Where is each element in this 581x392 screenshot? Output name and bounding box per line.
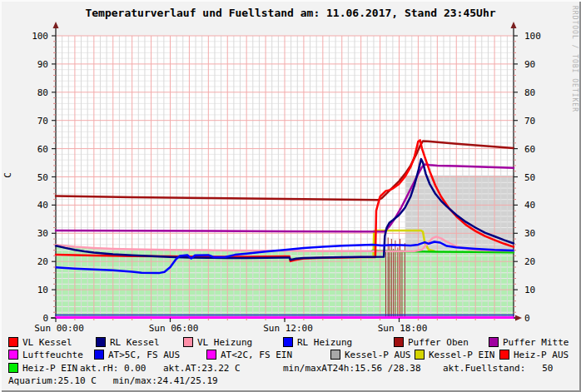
legend-swatch <box>96 337 106 347</box>
legend-swatch <box>415 350 425 360</box>
y-tick-label-right: 0 <box>524 313 530 324</box>
legend-label: Luftfeuchte <box>22 350 83 360</box>
y-tick-label-right: 10 <box>524 285 535 295</box>
legend-swatch <box>283 337 293 347</box>
y-tick-label-left: 90 <box>37 59 48 70</box>
legend-label: RL Heizung <box>297 337 352 348</box>
legend-stat-text: akt.AT:23.22 C <box>163 363 241 374</box>
legend-swatch <box>8 337 18 347</box>
legend-item-at-5c-fs-aus: AT>5C, FS AUS <box>94 350 180 360</box>
legend-label: AT>5C, FS AUS <box>108 350 180 360</box>
legend-label: akt.Fuellstand: 50 <box>443 363 553 374</box>
legend-item-at-2c-fs-ein: AT<2C, FS EIN <box>206 350 292 360</box>
y-tick-label-left: 80 <box>37 87 48 98</box>
legend-label: akt.rH: 0.00 <box>80 363 146 374</box>
legend-label: min/maxAT24h:15.56 /28.38 <box>283 363 421 374</box>
legend-label: Aquarium:25.10 C min/max:24.41/25.19 <box>8 375 218 386</box>
legend-label: VL Heizung <box>197 337 252 348</box>
y-tick-label-left: 60 <box>37 144 48 155</box>
legend-label: AT<2C, FS EIN <box>221 350 292 360</box>
rrdtool-graph-image: Temperaturverlauf und Fuellstand am: 11.… <box>0 0 581 392</box>
legend-label: Heiz-P AUS <box>514 350 569 360</box>
legend-item-rl-heizung: RL Heizung <box>283 337 352 348</box>
legend-item-puffer-oben: Puffer Oben <box>394 337 469 348</box>
legend-label: akt.AT:23.22 C <box>163 363 241 374</box>
legend-label: Kessel-P AUS <box>345 350 410 360</box>
legend-item-vl-heizung: VL Heizung <box>183 337 252 348</box>
x-tick-label: Sun 00:00 <box>34 323 84 334</box>
legend-stat-text: akt.Fuellstand: 50 <box>443 363 553 374</box>
y-tick-label-right: 60 <box>524 144 535 155</box>
legend-label: Kessel-P EIN <box>429 350 494 360</box>
legend-item-puffer-mitte: Puffer Mitte <box>489 337 569 348</box>
legend-swatch <box>489 337 499 347</box>
legend-label: Puffer Oben <box>408 337 469 348</box>
legend-swatch <box>499 350 509 360</box>
x-tick-label: Sun 12:00 <box>263 323 313 334</box>
y-tick-label-right: 80 <box>524 87 535 98</box>
y-tick-label-left: 20 <box>37 256 48 267</box>
legend-label: RL Kessel <box>110 337 160 348</box>
legend-stat-text: akt.rH: 0.00 <box>80 363 146 374</box>
temperature-chart: 0010102020303040405050606070708080909010… <box>0 0 581 335</box>
legend-label: VL Kessel <box>22 337 72 348</box>
legend-item-heiz-p-aus: Heiz-P AUS <box>499 350 569 360</box>
legend-label: Puffer Mitte <box>503 337 569 348</box>
y-tick-label-left: 50 <box>37 172 48 183</box>
legend-stat-text: min/maxAT24h:15.56 /28.38 <box>283 363 421 374</box>
legend-item-kessel-p-ein: Kessel-P EIN <box>415 350 494 360</box>
legend-item-heiz-p-ein: Heiz-P EIN <box>8 363 77 374</box>
legend-swatch <box>94 350 104 360</box>
y-tick-label-left: 100 <box>32 31 48 42</box>
legend-stat-text: Aquarium:25.10 C min/max:24.41/25.19 <box>8 375 218 386</box>
y-tick-label-left: 40 <box>37 200 48 211</box>
legend-label: Heiz-P EIN <box>22 363 77 374</box>
legend-swatch <box>8 363 18 373</box>
legend-item-rl-kessel: RL Kessel <box>96 337 160 348</box>
y-tick-label-right: 20 <box>524 256 535 267</box>
legend-swatch <box>206 350 216 360</box>
y-tick-label-right: 30 <box>524 228 535 239</box>
x-tick-label: Sun 18:00 <box>378 323 428 334</box>
legend-item-kessel-p-aus: Kessel-P AUS <box>330 350 410 360</box>
x-tick-label: Sun 06:00 <box>149 323 199 334</box>
y-tick-label-right: 70 <box>524 116 535 127</box>
y-tick-label-right: 100 <box>524 31 541 42</box>
kessel-p-aus-area <box>405 176 514 251</box>
legend-swatch <box>394 337 404 347</box>
legend-swatch <box>8 350 18 360</box>
legend-swatch <box>330 350 340 360</box>
legend-item-vl-kessel: VL Kessel <box>8 337 72 348</box>
y-tick-label-right: 90 <box>524 59 535 70</box>
y-tick-label-left: 70 <box>37 116 48 127</box>
legend-swatch <box>183 337 193 347</box>
legend-item-luftfeuchte: Luftfeuchte <box>8 350 83 360</box>
y-tick-label-right: 50 <box>524 172 535 183</box>
y-tick-label-right: 40 <box>524 200 535 211</box>
y-tick-label-left: 30 <box>37 228 48 239</box>
y-tick-label-left: 10 <box>37 285 48 295</box>
